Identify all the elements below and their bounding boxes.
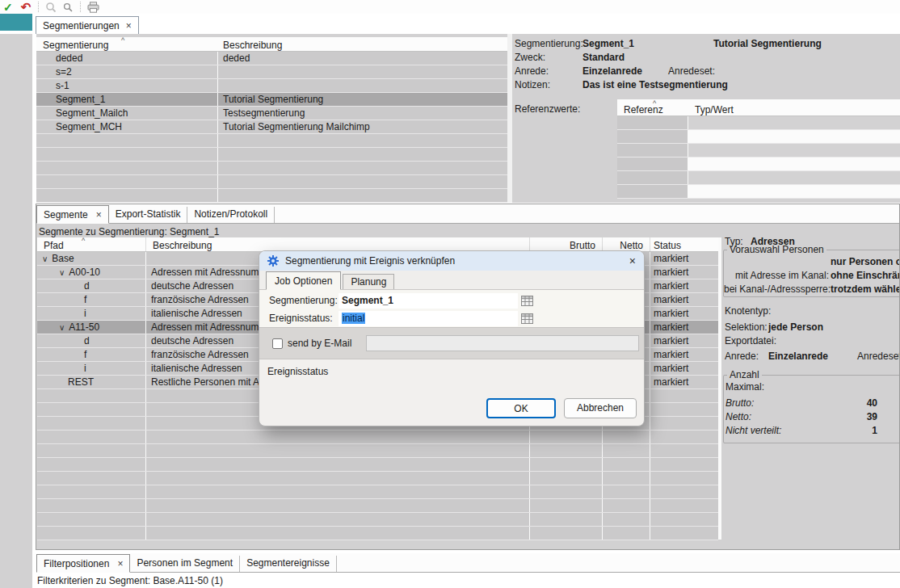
segmentation-overview-section: ^ Segmentierung Beschreibung dededdeded … — [36, 34, 900, 203]
close-icon[interactable]: × — [96, 210, 102, 220]
send-by-email-checkbox[interactable] — [272, 338, 283, 349]
referenzwerte-header[interactable]: ^ Referenz Typ/Wert — [617, 99, 900, 116]
empty-row — [36, 162, 507, 175]
dialog-fields: Segmentierung: Segment_1 Ereignisstatus:… — [259, 290, 644, 327]
table-row[interactable]: Segment_MailchTestsegmentierung — [36, 107, 507, 120]
close-icon[interactable]: × — [117, 559, 123, 569]
sort-asc-icon: ^ — [82, 237, 85, 244]
ereignisstatus-field[interactable]: initial — [339, 311, 518, 326]
detail-segmentierung-value: Segment_1 — [582, 37, 634, 50]
column-header-beschreibung[interactable]: Beschreibung — [223, 40, 282, 51]
empty-row — [617, 130, 900, 144]
anrede-row: Anrede: Einzelanrede Anredeset — [721, 350, 759, 363]
knotentyp-row: Knotentyp: — [721, 304, 771, 317]
empty-row — [36, 134, 507, 148]
segmentation-table-header[interactable]: ^ Segmentierung Beschreibung — [36, 37, 507, 52]
lookup-grid-icon[interactable] — [521, 296, 533, 306]
vorauswahl-fieldset: Vorauswahl Personen nur Personen o mit A… — [723, 244, 899, 297]
lookup-grid-icon[interactable] — [521, 313, 533, 324]
empty-row — [37, 527, 718, 540]
left-margin-strip — [0, 34, 32, 588]
kanal-label: mit Adresse im Kanal: — [724, 269, 829, 283]
tab-notizen-protokoll[interactable]: Notizen/Protokoll — [187, 207, 275, 223]
status-cell: markiert — [650, 279, 718, 292]
filter-caption: Filterkriterien zu Segment: Base.A11-50 … — [37, 575, 223, 586]
column-header-segmentierung[interactable]: Segmentierung — [43, 40, 108, 51]
anredeset-label: Anredeset — [857, 350, 899, 363]
status-cell: markiert — [650, 348, 718, 361]
empty-row — [36, 175, 507, 189]
empty-row — [37, 430, 718, 444]
empty-row — [37, 485, 718, 499]
accent-block — [0, 14, 32, 31]
tab-segmente[interactable]: Segmente × — [36, 205, 109, 224]
tab-personen-im-segment[interactable]: Personen im Segment — [130, 556, 240, 572]
segmentierung-field[interactable]: Segment_1 — [339, 293, 518, 309]
nicht-verteilt-value: 1 — [727, 424, 877, 437]
email-option-row: send by E-Mail — [259, 327, 644, 359]
close-icon[interactable]: × — [629, 254, 636, 267]
exportdatei-row: Exportdatei: — [721, 334, 776, 347]
empty-row — [37, 499, 718, 513]
dialog-help-text: Ereignisstatus — [267, 366, 328, 377]
column-header-brutto[interactable]: Brutto — [530, 237, 603, 251]
tab-filterpositionen[interactable]: Filterpositionen × — [36, 554, 130, 573]
gear-icon — [267, 255, 279, 267]
chevron-down-icon[interactable]: ∨ — [59, 268, 65, 277]
column-header-beschreibung[interactable]: Beschreibung — [146, 237, 530, 251]
column-header-referenz[interactable]: Referenz — [624, 104, 663, 116]
netto-value: 39 — [727, 410, 877, 423]
dialog-title-bar[interactable]: Segmentierung mit Ereignis verknüpfen × — [259, 251, 644, 271]
status-cell: markiert — [650, 376, 718, 388]
email-input[interactable] — [366, 335, 639, 351]
table-row[interactable]: Segment_MCHTutorial Segmentierung Mailch… — [36, 120, 507, 134]
print-icon[interactable] — [87, 2, 99, 13]
empty-row — [37, 472, 718, 485]
detail-title-value: Tutorial Segmentierung — [713, 37, 822, 50]
tab-label: Segmentierungen — [43, 20, 120, 32]
table-row-selected[interactable]: Segment_1Tutorial Segmentierung — [36, 93, 507, 107]
ereignisstatus-label: Ereignisstatus: — [269, 313, 339, 324]
segmentation-table: ^ Segmentierung Beschreibung dededdeded … — [36, 37, 507, 203]
table-row[interactable]: s=2 — [36, 65, 507, 79]
cancel-button[interactable]: Abbrechen — [564, 398, 637, 418]
selected-text: initial — [342, 313, 365, 324]
tab-planung[interactable]: Planung — [343, 274, 394, 289]
dialog-title: Segmentierung mit Ereignis verknüpfen — [285, 255, 455, 267]
segmentation-details-panel: Segmentierung: Segment_1 Tutorial Segmen… — [512, 34, 900, 203]
detail-segmentierung: Segmentierung: Segment_1 Tutorial Segmen… — [515, 37, 583, 50]
anzahl-fieldset: Anzahl Maximal: Brutto:40 Netto:39 Nicht… — [723, 369, 899, 443]
toolbar-separator — [38, 2, 39, 12]
ok-button[interactable]: OK — [486, 398, 556, 418]
empty-row — [37, 458, 718, 472]
tab-export-statistik[interactable]: Export-Statistik — [109, 207, 188, 223]
search-icon[interactable] — [45, 2, 57, 13]
send-by-email-label: send by E-Mail — [288, 338, 351, 349]
detail-anrede: Anrede: Einzelanrede Anredeset: — [515, 65, 549, 78]
close-icon[interactable]: × — [126, 21, 132, 31]
tab-segmentereignisse[interactable]: Segmentereignisse — [240, 556, 337, 572]
detail-zweck: Zweck: Standard — [515, 51, 545, 64]
kanal-value: ohne Einschränk — [829, 269, 899, 283]
status-cell: markiert — [650, 334, 718, 347]
chevron-down-icon[interactable]: ∨ — [42, 254, 48, 263]
brutto-value: 40 — [727, 397, 877, 410]
empty-row — [617, 158, 900, 171]
table-row[interactable]: dededdeded — [36, 52, 507, 65]
empty-row — [37, 513, 718, 527]
toolbar-separator — [80, 2, 81, 12]
link-event-dialog: Segmentierung mit Ereignis verknüpfen × … — [259, 250, 645, 426]
table-row[interactable]: s-1 — [36, 79, 507, 93]
undo-icon[interactable]: ↶ — [21, 2, 32, 13]
tab-job-optionen[interactable]: Job Optionen — [266, 271, 341, 290]
column-header-status[interactable]: Status — [650, 237, 718, 251]
tab-segmentierungen[interactable]: Segmentierungen × — [36, 16, 139, 34]
column-header-netto[interactable]: Netto — [603, 237, 650, 251]
search-small-icon[interactable] — [63, 2, 73, 12]
chevron-down-icon[interactable]: ∨ — [59, 323, 65, 332]
status-cell: markiert — [650, 321, 718, 334]
confirm-icon[interactable]: ✓ — [3, 2, 13, 13]
referenzwerte-table: ^ Referenz Typ/Wert — [617, 99, 900, 201]
column-header-typ-wert[interactable]: Typ/Wert — [695, 104, 734, 116]
column-header-pfad[interactable]: ^ Pfad — [37, 237, 146, 251]
